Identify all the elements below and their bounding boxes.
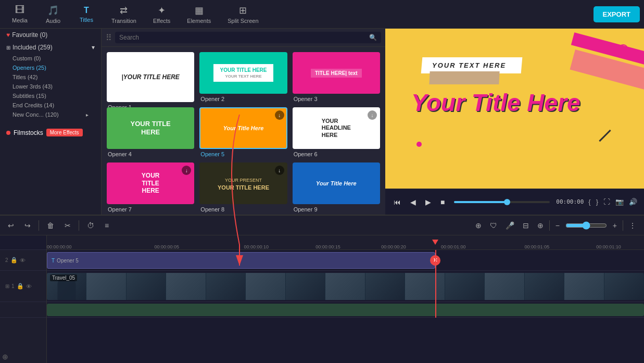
add-track-button-1[interactable]: ⊕ (2, 353, 45, 361)
preview-pink-ribbon (540, 29, 644, 159)
sidebar-item-titles[interactable]: Titles (42) (0, 72, 101, 82)
favourite-item[interactable]: ♥ Favourite (0) (0, 29, 101, 41)
opener5-item[interactable]: ↓ Your Title Here Opener 5 (199, 107, 287, 157)
skip-back-button[interactable]: ⏮ (390, 196, 404, 208)
track1-lock-btn[interactable]: 🔒 (17, 283, 24, 290)
nav-item-elements[interactable]: ▦ Elements (180, 3, 218, 26)
sidebar-item-subtitles[interactable]: Subtitles (15) (0, 91, 101, 101)
play-button[interactable]: ▶ (422, 196, 434, 208)
travel05-label: Travel_05 (50, 274, 77, 281)
opener1-item[interactable]: |YOUR TITLE HERE Opener 1 (107, 52, 194, 102)
favourite-label: Favourite (0) (12, 31, 47, 39)
history-button[interactable]: ⏱ (84, 220, 97, 231)
export-button[interactable]: EXPORT (594, 6, 640, 22)
nav-item-titles[interactable]: T Titles (71, 4, 102, 25)
opener5-clip[interactable]: T Opener 5 (47, 252, 435, 269)
opener5-download-badge: ↓ (275, 110, 284, 120)
time-display: 00:00:00 (556, 198, 584, 205)
tl-icon-4[interactable]: ⊟ (520, 220, 532, 231)
toolbar-separator-1 (39, 220, 39, 231)
zoom-out-button[interactable]: − (553, 220, 562, 231)
cut-button[interactable]: ✂ (62, 220, 73, 231)
stop-button[interactable]: ■ (437, 196, 448, 208)
search-input[interactable] (119, 34, 366, 41)
included-section-header[interactable]: ⊞ Included (259) ▾ (0, 41, 101, 54)
elements-icon: ▦ (195, 5, 204, 16)
main-area: ♥ Favourite (0) ⊞ Included (259) ▾ Custo… (0, 29, 644, 215)
volume-button[interactable]: 🔊 (627, 196, 639, 207)
undo-button[interactable]: ↩ (5, 220, 17, 231)
audio-icon: 🎵 (47, 5, 59, 16)
ctrl-icons: { } ⛶ 📷 🔊 (587, 196, 639, 207)
opener9-item[interactable]: Your Title Here Opener 9 (293, 162, 380, 212)
bracket-right-button[interactable]: } (595, 196, 600, 207)
nav-item-split-screen[interactable]: ⊞ Split Screen (220, 3, 266, 26)
delete-button[interactable]: 🗑 (44, 220, 57, 231)
preview-deco-dot (416, 142, 422, 147)
opener8-item[interactable]: ↓ YOUR PRESENT YOUR TITLE HERE Opener 8 (199, 162, 287, 212)
opener4-preview-text: YOUR TITLEHERE (131, 120, 171, 136)
opener7-download-badge: ↓ (182, 166, 191, 175)
drag-handle-icon: ⠿ (106, 33, 112, 43)
progress-fill (454, 201, 507, 203)
sidebar-item-newconcepts[interactable]: New Conc... (120) ▸ (0, 110, 101, 119)
title-track-row: T Opener 5 ✕ (47, 250, 644, 271)
redo-button[interactable]: ↪ (22, 220, 33, 231)
opener3-label: Opener 3 (293, 96, 380, 102)
tl-icon-3[interactable]: 🎤 (503, 220, 517, 231)
add-track-area: ⊕ (0, 351, 47, 363)
nav-item-media[interactable]: 🎞 Media (4, 3, 35, 26)
tl-icon-2[interactable]: 🛡 (487, 220, 500, 231)
camera-button[interactable]: 📷 (614, 196, 625, 207)
sidebar-item-endcredits[interactable]: End Credits (14) (0, 101, 101, 110)
ruler-tick-1: 00:00:00:05 (154, 244, 179, 249)
opener6-item[interactable]: ↓ YOURHEADLINEHERE Opener 6 (293, 107, 380, 157)
nav-item-audio[interactable]: 🎵 Audio (37, 3, 69, 26)
track2-lock-btn[interactable]: 🔒 (10, 257, 18, 264)
top-nav: 🎞 Media 🎵 Audio T Titles ⇄ Transition ✦ … (0, 0, 644, 29)
travel05-clip[interactable]: Travel_05 (47, 273, 644, 300)
nav-item-effects[interactable]: ✦ Effects (146, 3, 178, 26)
ruler-tick-5: 00:00:01:00 (441, 244, 466, 249)
opener7-item[interactable]: ↓ YOURTITLEHERE Opener 7 (107, 162, 194, 212)
adjust-button[interactable]: ≡ (102, 220, 111, 231)
zoom-slider[interactable] (565, 221, 607, 230)
expand-button[interactable]: ⋮ (626, 220, 639, 231)
opener4-label: Opener 4 (107, 151, 194, 157)
timeline-body: 2 🔒 👁 ⊞ 1 🔒 👁 (0, 235, 644, 363)
track1-eye-btn[interactable]: 👁 (26, 283, 32, 290)
filmstocks-dot (6, 131, 10, 135)
sidebar-item-openers[interactable]: Openers (25) (0, 63, 101, 72)
nav-label-audio: Audio (46, 18, 60, 24)
opener3-preview-text: TITLE HERE| text (311, 69, 362, 78)
prev-frame-button[interactable]: ◀ (407, 196, 419, 208)
preview-ribbon-text: YOUR TEXT HERE (432, 61, 506, 69)
tl-icon-5[interactable]: ⊕ (535, 220, 546, 231)
playhead-line[interactable] (435, 250, 436, 318)
more-effects-button[interactable]: More Effects (46, 129, 83, 136)
filmstocks-row: Filmstocks More Effects (0, 124, 101, 141)
resize-button[interactable]: ⛶ (602, 196, 612, 207)
audio-track-row (47, 302, 644, 318)
opener2-item[interactable]: YOUR TITLE HERE YOUR TEXT HERE Opener 2 (199, 52, 287, 102)
tl-icon-1[interactable]: ⊕ (473, 220, 484, 231)
opener4-item[interactable]: YOUR TITLEHERE Opener 4 (107, 107, 194, 157)
sidebar-item-lower3rds[interactable]: Lower 3rds (43) (0, 82, 101, 91)
opener7-preview-text: YOURTITLEHERE (142, 172, 160, 194)
track2-eye-btn[interactable]: 👁 (20, 257, 26, 264)
expand-icon: ▸ (86, 112, 89, 118)
track-audio-label (0, 302, 46, 318)
tl-right-controls: ⊕ 🛡 🎤 ⊟ ⊕ − + ⋮ (473, 220, 639, 231)
zoom-in-button[interactable]: + (610, 220, 620, 231)
opener9-preview-text: Your Title Here (316, 180, 357, 186)
nav-item-transition[interactable]: ⇄ Transition (104, 3, 144, 26)
opener3-item[interactable]: TITLE HERE| text Opener 3 (293, 52, 380, 102)
track2-num: 2 (5, 257, 8, 263)
sidebar-item-custom[interactable]: Custom (0) (0, 54, 101, 63)
title-clip-icon: T (52, 258, 55, 264)
progress-bar[interactable] (454, 201, 550, 203)
opener8-preview-text: YOUR PRESENT (225, 178, 262, 183)
preview-controls: ⏮ ◀ ▶ ■ 00:00:00 { } ⛶ 📷 🔊 (385, 189, 644, 215)
bracket-left-button[interactable]: { (587, 196, 592, 207)
progress-thumb (504, 199, 510, 205)
